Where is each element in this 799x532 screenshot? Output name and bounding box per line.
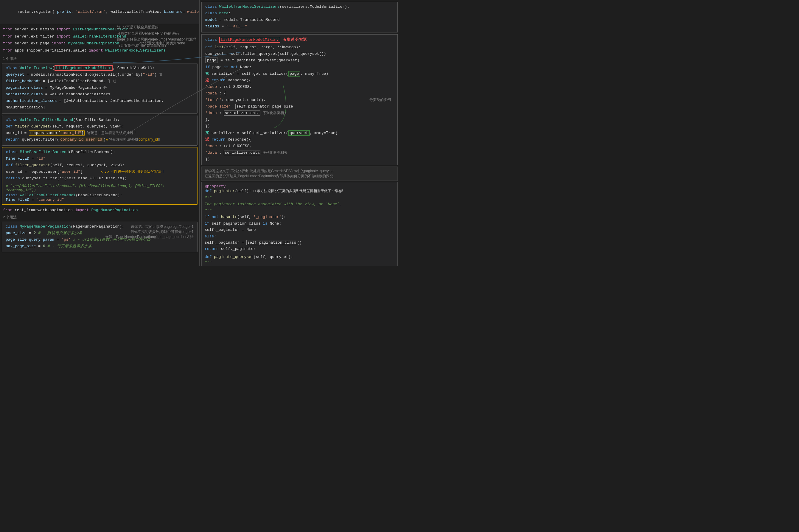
pagination-class-def: class MyPageNumberPagination(PageNumberP… (6, 224, 194, 229)
shi-label-else: 实 (205, 131, 209, 135)
module-3: server.ext.page (15, 41, 52, 45)
else-code-success: 'code': ret.SUCCESS, (205, 143, 394, 150)
serializers-body: class Meta: model = models.TransactionRe… (205, 10, 394, 30)
meta-fields: fields = "__all__" (205, 23, 394, 30)
wallet-filter1-class: class WalletTranFilterBackend1(BaseFilte… (6, 193, 193, 197)
docstring-3: """ (205, 208, 395, 214)
import-pagination: import (75, 208, 89, 212)
list-method: def list(self, request, *args, **kwargs)… (205, 44, 394, 51)
ann-generic-api: 分页类的全局看GenericAPIView的源码 (117, 31, 196, 36)
mine-body: Mine_FILED = "id" def filter_queryset(se… (6, 155, 193, 182)
if-page-line: if page is not None: (205, 64, 394, 71)
queryset-param-highlight: queryset (288, 130, 309, 136)
import-annotations: 注: 分页是可以全局配置的 分页类的全局看GenericAPIView的源码 p… (117, 24, 196, 49)
pagination-class-highlight: self.pagination_class (246, 240, 297, 245)
page-size-data-line: 'page_size': self.paginator.page_size, (205, 103, 394, 110)
code-success: 'code': ret.SUCCESS, (205, 84, 394, 90)
bottom-ann-1: 都学习这么久了,不难分析出,此处调用的是GenericAPIView中的pagi… (205, 169, 395, 174)
closing-braces-2: }) (205, 123, 394, 130)
from-keyword-4: from (3, 48, 12, 53)
hasattr-check: if not hasattr(self, '_paginator'): (205, 214, 395, 220)
main-container: router.register( prefix: 'wallet/tran', … (0, 0, 400, 266)
else-closing: }) (205, 156, 394, 163)
ann-local-config: （此案例中,使用的是局部配置） (117, 43, 196, 49)
module-2: server.ext.filter (15, 34, 56, 39)
paginate-body: """ Return a single page of results, or … (205, 259, 395, 266)
ann-page-class: page_size是全局的PageNumberPagination的源码 (117, 36, 196, 42)
from-keyword-1: from (3, 27, 12, 32)
wtv-serializer: serializer_class = WalletTranModelSerial… (6, 91, 194, 98)
mine-class-def: class MineBaseFilterBackend(BaseFilterBa… (6, 150, 193, 154)
fb-userid: user_id = request.user["user_id"] 这玩意儿意味… (6, 130, 194, 136)
rest-wtv: , GenericViewSet): (113, 66, 154, 70)
ann-page-2: 若你不指明该参数,源码中可得知page=1 (105, 229, 194, 234)
ann-page-3: 来源：PageNumberPagination的get_page_number方… (105, 234, 194, 240)
paginator-method-def: def paginator(self): □ 该方法返回分页类的实例!! 代码逻… (205, 189, 395, 194)
else-branch: else: (205, 233, 395, 240)
fb-method: def filter_queryset(self, request, query… (6, 123, 194, 130)
pagination-name: PageNumberPagination (92, 208, 138, 212)
pagination-module: rest_framework.pagination (15, 208, 75, 212)
data-serializer-line: 'data': serializer.data, 序列化器类相关 (205, 110, 394, 116)
mixin-class-name-highlight: ListPageNumberModelMixin: (219, 37, 280, 43)
import-keyword-2: import (56, 34, 70, 39)
closing-braces-1: }, (205, 116, 394, 123)
from-keyword-3: from (3, 41, 12, 45)
wtv-filter-backends: filter_backends = [WalletTranFilterBacke… (6, 78, 194, 84)
page-box: page (205, 57, 218, 63)
bottom-ann-2: 它返回的是分页结果,PageNumberPagination内部具体如何分页的不… (205, 174, 395, 179)
router-line: router.register( prefix: 'wallet/tran', … (0, 0, 199, 24)
mine-base-box: class MineBaseFilterBackend(BaseFilterBa… (2, 147, 197, 205)
module-4: apps.shipper.serializers.wallet (15, 48, 89, 53)
fan-label-else: 返 (205, 137, 209, 142)
left-panel: router.register( prefix: 'wallet/tran', … (0, 0, 199, 266)
fb-params: (BaseFilterBackend): (73, 118, 119, 122)
usage-label-1: 1 个用法 (0, 56, 199, 62)
import-keyword-1: import (56, 27, 70, 32)
return-else-line: 返 return Response({ (205, 136, 394, 143)
star-annotation: ★集过 分实返 (283, 37, 307, 42)
pagination-annotation: 表示第几页的url参数page eg: /?page=1 若你不指明该参数,源码… (105, 224, 194, 240)
imports-section: from server.ext.mixins import ListPageNu… (0, 24, 199, 56)
module-1: server.ext.mixins (15, 27, 56, 32)
name-3: MyPageNumberPagination (68, 41, 119, 45)
meta-class: class Meta: (205, 10, 394, 17)
property-section: @property def paginator(self): □ 该方法返回分页… (202, 182, 398, 266)
mine-return: return queryset.filter(**{self.Mine_FILE… (6, 175, 193, 182)
paginator-class-call: self._paginator = self.pagination_class(… (205, 240, 395, 246)
serializers-class-def: class WalletTranModelSerializers(seriali… (205, 4, 394, 9)
mine-method: def filter_queryset(self, request, query… (6, 162, 193, 169)
fb-return: return queryset.filter(company_id=user_i… (6, 136, 194, 143)
page-param-highlight: page (288, 71, 300, 77)
paren-open-wtv: ( (52, 66, 55, 70)
else-data-line: 'data': serializer.data, 序列化器类相关 (205, 150, 394, 156)
class-name-wtv: WalletTranView (20, 66, 52, 70)
meta-model: model = models.TransactionRecord (205, 17, 394, 23)
return-paginator: return self._paginator (205, 246, 395, 252)
paginator-none-assign: self._paginator = None (205, 227, 395, 233)
wtv-pagination: pagination_class = MyPageNumberPaginatio… (6, 84, 194, 91)
usage-label-2: 2 个用法 (0, 214, 199, 221)
code-data: 'data': { (205, 90, 394, 97)
serializer-if-line: 实 serializer = self.get_serializer(page,… (205, 71, 394, 77)
return-if-line: 返 return Response({ (205, 77, 394, 84)
docstring-1: """ (205, 195, 395, 201)
paginate-doc-1: """ (205, 259, 395, 265)
wallet-filter1-filed: Mine_FILED = "company_id" (6, 197, 193, 202)
type-comment-line: # type("WalletTranFilterBackend", (MineB… (6, 184, 193, 192)
fb-body: def filter_queryset(self, request, query… (6, 123, 194, 143)
from-pagination: from (3, 208, 12, 212)
serializer-data-highlight-1: serializer.data (224, 111, 260, 116)
class-name-fb: WalletTranFilterBackend (20, 118, 73, 122)
wtv-body: queryset = models.TransactionRecord.obje… (6, 72, 194, 111)
filter-backend-box: class WalletTranFilterBackend(BaseFilter… (2, 115, 197, 146)
mixin-body: def list(self, request, *args, **kwargs)… (205, 44, 394, 163)
serializer-else-line: 实 serializer = self.get_serializer(query… (205, 130, 394, 136)
property-decorator: @property (205, 184, 395, 189)
docstring-2: The paginator instance associated with t… (205, 201, 395, 207)
import-keyword-3: import (52, 41, 66, 45)
mixin-class-box: class ListPageNumberModelMixin: ★集过 分实返 … (202, 34, 398, 165)
paginator-highlight: self.paginator (235, 104, 270, 109)
import-keyword-4: import (89, 48, 103, 53)
pagination-class-none-check: if self.pagination_class is None: (205, 221, 395, 227)
